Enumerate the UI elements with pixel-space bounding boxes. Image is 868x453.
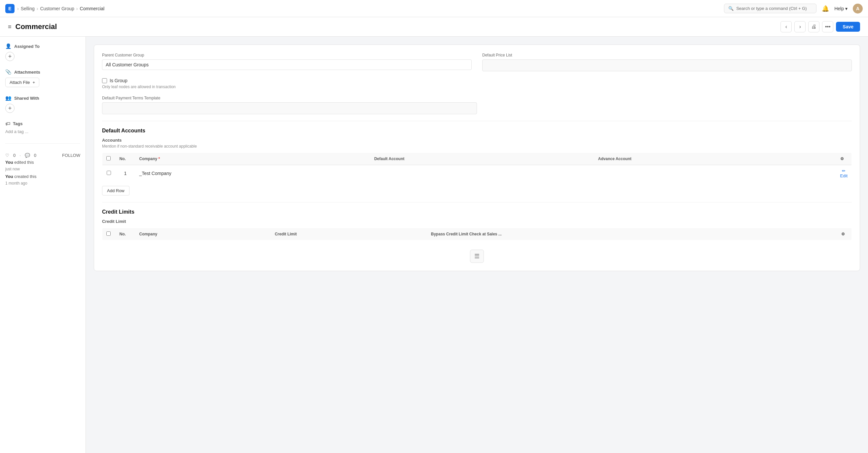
credit-col-no: No. — [116, 228, 135, 240]
default-accounts-header: Default Accounts — [102, 128, 852, 134]
activity-time-1: 1 month ago — [5, 181, 27, 186]
notification-bell-icon[interactable]: 🔔 — [822, 5, 829, 12]
add-shared-with-button[interactable]: + — [5, 104, 14, 113]
page-title-row: ≡ Commercial — [8, 23, 57, 31]
credit-col-company: Company — [135, 228, 271, 240]
is-group-label: Is Group — [110, 78, 127, 83]
tags-title: 🏷 Tags — [5, 121, 80, 126]
parent-customer-group-label: Parent Customer Group — [102, 53, 472, 58]
next-button[interactable]: › — [794, 21, 806, 32]
credit-limit-label: Credit Limit — [102, 219, 852, 224]
credit-col-credit-limit: Credit Limit — [271, 228, 427, 240]
tags-label: Tags — [13, 121, 23, 126]
breadcrumb-selling[interactable]: Selling — [21, 6, 35, 11]
comments-icon[interactable]: 💬 — [25, 153, 30, 158]
more-options-button[interactable]: ••• — [822, 21, 833, 32]
attachment-icon: 📎 — [5, 69, 11, 75]
shared-with-title: 👥 Shared With — [5, 95, 80, 101]
shared-with-label: Shared With — [14, 96, 39, 101]
payment-terms-label: Default Payment Terms Template — [102, 96, 477, 100]
bottom-icon-row: ☰ — [102, 244, 852, 263]
payment-terms-group: Default Payment Terms Template — [102, 96, 477, 114]
attachments-section: 📎 Attachments Attach File + — [5, 69, 80, 87]
accounts-row-0: 1 _Test Company ✏ Edit — [102, 165, 852, 182]
print-button[interactable]: 🖨 — [808, 21, 819, 32]
attach-file-button[interactable]: Attach File + — [5, 77, 39, 87]
is-group-checkbox[interactable] — [102, 78, 107, 83]
credit-limits-table: No. Company Credit Limit Bypass Credit L… — [102, 228, 852, 240]
add-tag-button[interactable]: Add a tag ... — [5, 129, 80, 134]
payment-terms-input[interactable] — [102, 102, 477, 114]
tags-section: 🏷 Tags Add a tag ... — [5, 121, 80, 134]
breadcrumb: › Selling › Customer Group › Commercial — [17, 6, 104, 11]
accounts-row-0-default-account[interactable] — [370, 165, 594, 182]
activity-action-1: created this — [14, 174, 36, 179]
accounts-table: No. Company * Default Account Advance Ac… — [102, 153, 852, 182]
list-icon: ☰ — [474, 253, 479, 260]
accounts-row-0-checkbox[interactable] — [107, 171, 111, 175]
avatar[interactable]: A — [853, 4, 863, 13]
accounts-col-check — [102, 153, 116, 165]
likes-icon[interactable]: ♡ — [5, 153, 9, 158]
likes-count: 0 — [13, 153, 16, 158]
follow-button[interactable]: FOLLOW — [62, 153, 80, 158]
shared-with-section: 👥 Shared With + — [5, 95, 80, 113]
activity-entry-0: You edited this just now — [5, 159, 80, 172]
accounts-select-all[interactable] — [106, 156, 111, 160]
assigned-to-section: 👤 Assigned To + — [5, 43, 80, 61]
add-assigned-to-button[interactable]: + — [5, 52, 14, 61]
list-view-button[interactable]: ☰ — [470, 250, 484, 263]
search-placeholder: Search or type a command (Ctrl + G) — [736, 6, 807, 11]
app-icon[interactable]: E — [5, 4, 14, 13]
accounts-row-0-no: 1 — [116, 165, 135, 182]
accounts-col-settings: ⚙ — [836, 153, 852, 165]
top-form-row: Parent Customer Group Default Price List — [102, 53, 852, 71]
credit-select-all[interactable] — [106, 231, 111, 236]
page-title: Commercial — [16, 23, 57, 31]
sidebar-divider — [5, 143, 80, 143]
activity-action-0: edited this — [14, 160, 34, 165]
main-content: Parent Customer Group Default Price List… — [86, 37, 868, 453]
credit-col-settings: ⚙ — [837, 228, 852, 240]
topnav-left: E › Selling › Customer Group › Commercia… — [5, 4, 104, 13]
edit-row-0-button[interactable]: ✏ Edit — [840, 168, 847, 178]
activity-entry-1: You created this 1 month ago — [5, 173, 80, 186]
tag-icon: 🏷 — [5, 121, 10, 126]
accounts-row-0-advance-account[interactable] — [594, 165, 836, 182]
parent-customer-group-input[interactable] — [102, 59, 472, 70]
attach-file-label: Attach File — [9, 80, 30, 85]
breadcrumb-chevron-1: › — [17, 6, 19, 11]
is-group-hint: Only leaf nodes are allowed in transacti… — [102, 85, 852, 89]
attachments-title: 📎 Attachments — [5, 69, 80, 75]
form-card: Parent Customer Group Default Price List… — [94, 44, 860, 271]
hamburger-icon[interactable]: ≡ — [8, 24, 11, 30]
breadcrumb-chevron-2: › — [37, 6, 38, 11]
breadcrumb-chevron-3: › — [76, 6, 78, 11]
attach-plus-icon: + — [32, 80, 35, 85]
add-row-button[interactable]: Add Row — [102, 186, 129, 195]
accounts-label: Accounts — [102, 138, 852, 142]
default-price-list-input[interactable] — [482, 59, 852, 71]
accounts-row-0-company[interactable]: _Test Company — [135, 165, 370, 182]
help-chevron-icon: ▾ — [845, 6, 847, 11]
layout: 👤 Assigned To + 📎 Attachments Attach Fil… — [0, 37, 868, 453]
prev-button[interactable]: ‹ — [780, 21, 792, 32]
save-button[interactable]: Save — [836, 22, 860, 32]
parent-customer-group-group: Parent Customer Group — [102, 53, 472, 71]
accounts-col-default-account: Default Account — [370, 153, 594, 165]
is-group-row: Is Group — [102, 78, 852, 83]
credit-col-check — [102, 228, 116, 240]
activity-user-0: You — [5, 160, 13, 165]
search-bar[interactable]: 🔍 Search or type a command (Ctrl + G) — [724, 4, 816, 13]
page-header: ≡ Commercial ‹ › 🖨 ••• Save — [0, 17, 868, 37]
accounts-col-no: No. — [116, 153, 135, 165]
topnav-right: 🔍 Search or type a command (Ctrl + G) 🔔 … — [724, 4, 863, 13]
credit-col-bypass: Bypass Credit Limit Check at Sales ... — [427, 228, 837, 240]
dot-separator: · — [20, 153, 21, 158]
breadcrumb-customer-group[interactable]: Customer Group — [40, 6, 74, 11]
topnav: E › Selling › Customer Group › Commercia… — [0, 0, 868, 17]
activity-section: ♡ 0 · 💬 0 FOLLOW You edited this just no… — [5, 153, 80, 186]
default-price-list-group: Default Price List — [482, 53, 852, 71]
search-icon: 🔍 — [728, 6, 734, 11]
help-button[interactable]: Help ▾ — [834, 6, 847, 11]
